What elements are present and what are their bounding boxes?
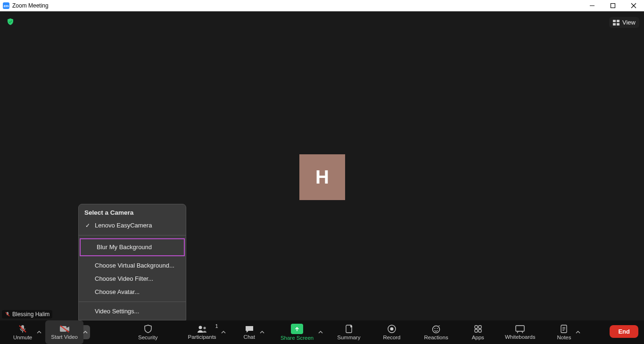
- video-options-menu: Select a Camera Lenovo EasyCamera Blur M…: [78, 204, 186, 320]
- svg-point-20: [435, 328, 436, 329]
- svg-point-18: [390, 327, 393, 331]
- window-controls: [582, 0, 644, 11]
- menu-separator: [79, 302, 186, 302]
- menu-item-blur-background[interactable]: Blur My Background: [80, 238, 185, 256]
- menu-item-label: Blur My Background: [97, 243, 152, 251]
- reactions-icon: [431, 324, 441, 334]
- view-button[interactable]: View: [609, 17, 639, 28]
- participants-button[interactable]: 1 Participants: [182, 320, 222, 344]
- menu-item-video-filter[interactable]: Choose Video Filter...: [79, 272, 186, 285]
- svg-rect-26: [516, 326, 524, 331]
- window-titlebar: zm Zoom Meeting: [0, 0, 644, 11]
- tool-label: Notes: [557, 335, 571, 340]
- menu-item-choose-avatar[interactable]: Choose Avatar...: [79, 285, 186, 299]
- svg-rect-25: [479, 329, 481, 332]
- mic-muted-icon: [5, 311, 10, 317]
- menu-item-camera[interactable]: Lenovo EasyCamera: [79, 219, 186, 232]
- whiteboards-button[interactable]: Whiteboards: [499, 320, 541, 344]
- tool-label: Unmute: [13, 335, 32, 340]
- unmute-button[interactable]: Unmute: [8, 320, 38, 344]
- end-label: End: [618, 328, 630, 335]
- menu-item-label: Choose Video Filter...: [95, 275, 153, 282]
- end-meeting-button[interactable]: End: [610, 325, 638, 338]
- tool-label: Summary: [337, 335, 360, 340]
- menu-item-label: Choose Avatar...: [95, 288, 140, 295]
- shield-icon: [143, 324, 153, 334]
- svg-rect-23: [479, 326, 481, 328]
- chevron-up-icon: [318, 330, 323, 335]
- menu-item-video-settings[interactable]: Video Settings...: [79, 305, 186, 318]
- self-name-tag: Blessing Halim: [2, 310, 52, 319]
- chat-icon: [244, 325, 255, 333]
- window-title: Zoom Meeting: [12, 2, 49, 9]
- start-video-button[interactable]: Start Video: [45, 320, 83, 344]
- reactions-button[interactable]: Reactions: [419, 320, 454, 344]
- menu-header: Select a Camera: [79, 204, 186, 219]
- zoom-logo-icon: zm: [3, 2, 9, 9]
- svg-point-14: [203, 327, 206, 329]
- meeting-area: View H Blessing Halim Select a Camera Le…: [0, 11, 644, 320]
- tool-label: Apps: [472, 335, 484, 340]
- tool-label: Whiteboards: [505, 334, 536, 340]
- participant-name: Blessing Halim: [12, 311, 50, 318]
- apps-icon: [473, 324, 483, 334]
- tool-label: Chat: [244, 334, 255, 340]
- chevron-up-icon: [260, 330, 264, 335]
- record-button[interactable]: Record: [377, 320, 406, 344]
- tool-label: Record: [383, 335, 400, 340]
- tool-label: Participants: [188, 334, 216, 340]
- maximize-button[interactable]: [603, 0, 623, 11]
- menu-item-label: Video Settings...: [95, 308, 139, 315]
- chevron-up-icon: [37, 330, 41, 335]
- tool-label: Share Screen: [281, 335, 314, 341]
- svg-rect-4: [613, 20, 616, 22]
- tool-label: Reactions: [424, 335, 448, 340]
- tool-label: Security: [138, 335, 158, 340]
- share-screen-icon: [291, 324, 303, 334]
- minimize-button[interactable]: [582, 0, 603, 11]
- participants-icon: [197, 325, 208, 333]
- notes-icon: [560, 324, 568, 334]
- svg-rect-5: [617, 20, 619, 22]
- participants-count: 1: [215, 323, 218, 329]
- chat-button[interactable]: Chat: [238, 320, 261, 344]
- avatar-initial: H: [315, 167, 329, 188]
- svg-rect-11: [60, 326, 66, 332]
- view-label: View: [622, 19, 636, 26]
- video-off-icon: [59, 325, 70, 333]
- whiteboard-icon: [515, 325, 525, 333]
- svg-point-21: [437, 328, 438, 329]
- participant-avatar: H: [299, 154, 345, 200]
- summary-icon: [344, 324, 354, 334]
- mic-muted-icon: [18, 324, 27, 334]
- security-button[interactable]: Security: [132, 320, 164, 344]
- menu-separator: [79, 235, 186, 235]
- apps-button[interactable]: Apps: [466, 320, 490, 344]
- chevron-up-icon: [576, 330, 580, 335]
- svg-rect-7: [617, 23, 619, 25]
- close-button[interactable]: [623, 0, 644, 11]
- chevron-up-icon: [221, 330, 226, 335]
- svg-rect-22: [475, 326, 478, 328]
- record-icon: [387, 324, 396, 334]
- menu-item-label: Lenovo EasyCamera: [95, 222, 152, 229]
- meeting-toolbar: Unmute Start Video Security 1 Participan…: [0, 320, 644, 344]
- encryption-shield-icon[interactable]: [7, 18, 14, 27]
- summary-button[interactable]: Summary: [331, 320, 366, 344]
- svg-rect-6: [613, 23, 616, 25]
- grid-icon: [613, 20, 619, 25]
- svg-rect-24: [475, 329, 478, 332]
- svg-point-13: [198, 326, 202, 329]
- tool-label: Start Video: [51, 334, 78, 340]
- svg-point-19: [433, 326, 440, 333]
- share-screen-button[interactable]: Share Screen: [275, 320, 319, 344]
- chevron-up-icon: [83, 330, 88, 335]
- menu-item-virtual-background[interactable]: Choose Virtual Background...: [79, 259, 186, 272]
- svg-point-16: [350, 326, 352, 327]
- notes-button[interactable]: Notes: [551, 320, 577, 344]
- menu-item-label: Choose Virtual Background...: [95, 262, 174, 269]
- svg-rect-1: [611, 4, 615, 8]
